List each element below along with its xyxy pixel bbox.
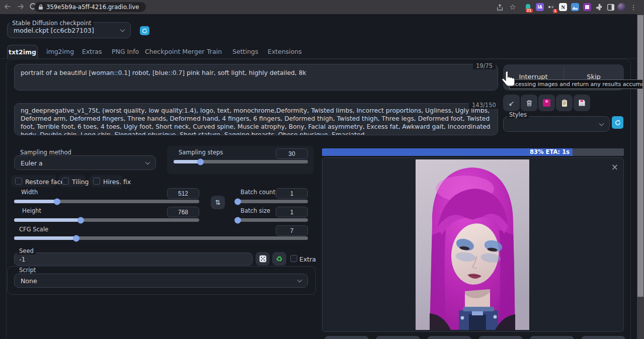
cfg-scale-input[interactable] <box>276 225 308 236</box>
checkpoint-label: Stable Diffusion checkpoint <box>10 20 94 27</box>
extra-seed-label: Extra <box>299 256 316 263</box>
sidebar-toggle-icon[interactable] <box>606 3 615 12</box>
reuse-seed-button[interactable]: ♻ <box>272 252 286 266</box>
tab-checkpoint-merger[interactable]: Checkpoint Merger <box>145 48 204 55</box>
scrollbar-track[interactable] <box>637 14 644 339</box>
sampling-method-select[interactable]: Euler a <box>14 155 156 170</box>
batch-count-slider[interactable] <box>235 200 308 203</box>
batch-count-input[interactable] <box>276 188 308 199</box>
batch-size-slider[interactable] <box>235 218 308 222</box>
lock-icon <box>38 4 43 10</box>
interrupt-tooltip: rocessing images and return any results … <box>509 79 643 89</box>
refresh-icon <box>142 28 147 34</box>
sampling-steps-input[interactable] <box>276 148 308 159</box>
gallery-action-button[interactable] <box>478 336 523 339</box>
batch-count-label: Batch count <box>240 189 275 196</box>
styles-refresh-button[interactable] <box>612 116 623 129</box>
cfg-scale-label: CFG Scale <box>19 226 48 233</box>
random-seed-button[interactable] <box>256 252 270 266</box>
clear-prompt-button[interactable] <box>521 95 537 111</box>
share-icon[interactable] <box>495 3 504 12</box>
extension-photos-icon[interactable] <box>571 3 580 12</box>
width-input[interactable] <box>167 188 199 199</box>
extension-notion-icon[interactable]: N <box>558 3 568 12</box>
url-box[interactable]: 359e5b9a-a5ff-4216.gradio.live <box>34 2 146 12</box>
gallery-action-button[interactable] <box>530 336 574 339</box>
extension-office-icon[interactable] <box>583 3 592 12</box>
gallery-panel: × <box>322 157 624 332</box>
paste-generation-params-button[interactable]: ↙ <box>503 95 520 111</box>
back-arrow-icon <box>4 3 12 11</box>
mouse-cursor-pointer <box>500 69 517 94</box>
arrow-down-left-icon: ↙ <box>509 99 515 107</box>
tab-settings[interactable]: Settings <box>232 48 258 55</box>
batch-size-input[interactable] <box>276 207 308 217</box>
extra-networks-button[interactable] <box>538 95 555 111</box>
width-slider[interactable] <box>14 200 199 203</box>
url-text: 359e5b9a-a5ff-4216.gradio.live <box>46 4 139 11</box>
height-input[interactable] <box>167 207 199 217</box>
scrollbar-thumb[interactable] <box>637 15 643 297</box>
tiling-checkbox[interactable] <box>62 178 69 185</box>
pin-badge: 21 <box>526 9 533 13</box>
script-label: Script <box>17 267 38 274</box>
tab-extras[interactable]: Extras <box>82 48 102 55</box>
sampling-steps-slider[interactable] <box>174 160 308 163</box>
seed-input[interactable] <box>14 252 253 266</box>
tab-bar: txt2img img2img Extras PNG Info Checkpoi… <box>0 45 644 59</box>
tab-train[interactable]: Train <box>207 48 222 55</box>
apply-styles-button[interactable] <box>556 95 573 111</box>
gallery-action-button[interactable] <box>427 336 471 339</box>
styles-select[interactable] <box>503 116 610 132</box>
hires-fix-label: Hires. fix <box>103 178 131 186</box>
extension-pin-icon[interactable]: 21 <box>523 3 532 12</box>
gallery-action-button[interactable] <box>581 336 625 339</box>
progress-text: 83% ETA: 1s <box>530 148 570 156</box>
tiling-label: Tiling <box>72 178 89 186</box>
browser-menu-icon[interactable]: ⋮ <box>629 3 638 12</box>
prompt-input[interactable]: portrait of a beautiful [woman::0.1] rob… <box>14 64 498 91</box>
negative-prompt-input[interactable]: ng_deepnegative_v1_75t, (worst quality, … <box>14 103 498 135</box>
generated-image-preview[interactable] <box>416 159 529 330</box>
batch-size-label: Batch size <box>240 207 270 214</box>
restore-faces-label: Restore faces <box>25 178 68 186</box>
app-window: 359e5b9a-a5ff-4216.gradio.live ☆ 21 IA 1… <box>0 0 644 339</box>
chevron-down-icon <box>145 159 150 164</box>
tab-txt2img[interactable]: txt2img <box>7 45 38 59</box>
extension-camera-icon[interactable]: 1 <box>546 3 555 12</box>
seed-label: Seed <box>17 247 36 255</box>
swap-arrows-icon: ⇅ <box>215 199 221 206</box>
camera-badge: 1 <box>553 9 557 13</box>
extension-ia-icon[interactable]: IA <box>535 3 544 12</box>
save-style-button[interactable] <box>574 95 590 111</box>
forward-button[interactable] <box>16 3 25 12</box>
tab-png-info[interactable]: PNG Info <box>112 48 139 55</box>
bookmark-star-icon[interactable]: ☆ <box>508 3 517 12</box>
hires-fix-checkbox[interactable] <box>93 178 100 185</box>
chevron-down-icon <box>297 278 302 283</box>
height-slider[interactable] <box>14 218 199 222</box>
clipboard-icon <box>561 99 568 107</box>
close-preview-button[interactable]: × <box>611 162 618 172</box>
restore-faces-checkbox[interactable] <box>15 178 22 185</box>
prompt-token-counter: 19/75 <box>473 62 496 69</box>
profile-avatar[interactable] <box>617 3 626 12</box>
checkpoint-refresh-button[interactable] <box>140 26 149 35</box>
script-select[interactable]: None <box>14 274 308 288</box>
height-label: Height <box>22 207 41 214</box>
tab-img2img[interactable]: img2img <box>46 48 74 55</box>
recycle-icon: ♻ <box>276 255 282 264</box>
swap-dimensions-button[interactable]: ⇅ <box>211 196 225 209</box>
gallery-action-button[interactable] <box>325 336 369 339</box>
cfg-scale-slider[interactable] <box>14 236 308 240</box>
refresh-icon <box>615 120 621 126</box>
sampling-method-label: Sampling method <box>20 149 71 156</box>
extra-seed-checkbox[interactable] <box>290 255 297 262</box>
back-button[interactable] <box>3 3 12 12</box>
extensions-puzzle-icon[interactable] <box>595 3 604 12</box>
gallery-action-button[interactable] <box>376 336 420 339</box>
chevron-down-icon <box>120 27 125 32</box>
tab-extensions[interactable]: Extensions <box>268 48 302 55</box>
dice-icon <box>259 255 267 263</box>
trash-icon <box>525 99 533 107</box>
